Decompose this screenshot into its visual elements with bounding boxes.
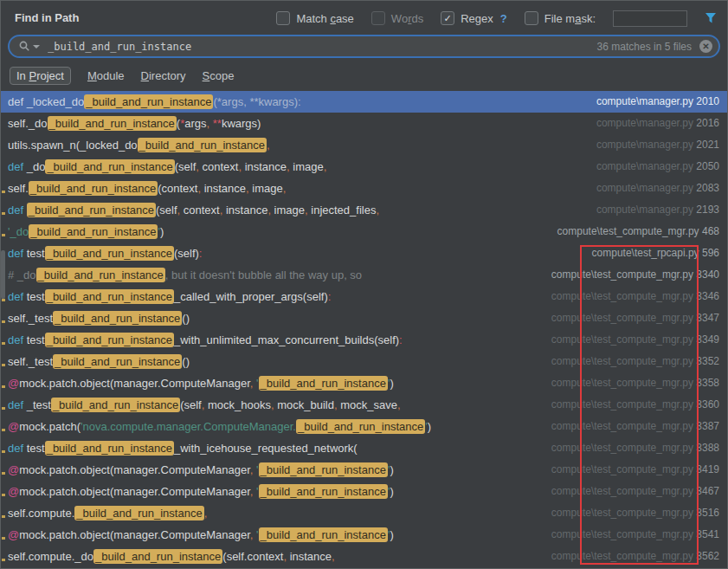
- result-row[interactable]: def _do_build_and_run_instance(self, con…: [1, 156, 727, 178]
- search-input[interactable]: [46, 40, 597, 54]
- match-case-label: Match case: [296, 12, 353, 25]
- result-row[interactable]: # _do_build_and_run_instance, but it doe…: [1, 264, 727, 286]
- result-row[interactable]: def test_build_and_run_instance(self):co…: [1, 242, 727, 264]
- tab-module[interactable]: Module: [87, 69, 125, 82]
- match-marker-tick: [2, 212, 5, 215]
- match-count-badge: 36 matches in 5 files: [597, 41, 692, 53]
- result-row[interactable]: @mock.patch.object(manager.ComputeManage…: [1, 459, 727, 481]
- result-row[interactable]: def test_build_and_run_instance_with_unl…: [1, 329, 727, 351]
- file-mask-checkbox[interactable]: File mask:: [525, 11, 596, 25]
- result-code-preview: def test_build_and_run_instance_called_w…: [8, 286, 551, 307]
- scope-tabs: In Project Module Directory Scope: [10, 67, 234, 85]
- match-marker-tick: [2, 299, 5, 301]
- line-number: 3388: [696, 442, 719, 454]
- result-location: compute\test_compute_mgr.py 3346: [551, 286, 727, 307]
- match-marker-tick: [2, 515, 5, 518]
- match-highlight: _build_and_run_instance: [296, 419, 425, 434]
- match-marker-tick: [2, 407, 5, 410]
- match-highlight: _build_and_run_instance: [27, 203, 156, 217]
- match-highlight: _build_and_run_instance: [45, 333, 174, 347]
- match-highlight: _build_and_run_instance: [53, 354, 182, 369]
- file-path: compute\test_compute_mgr.py: [551, 550, 693, 562]
- results-list: def _locked_do_build_and_run_instance(*a…: [1, 91, 727, 568]
- result-location: compute\manager.py 2021: [596, 134, 727, 156]
- result-row[interactable]: def test_build_and_run_instance_called_w…: [1, 286, 727, 307]
- result-row[interactable]: @mock.patch('nova.compute.manager.Comput…: [1, 416, 727, 437]
- result-code-preview: def test_build_and_run_instance_with_ice…: [8, 437, 551, 459]
- checkbox-box-icon: [276, 11, 290, 25]
- result-row[interactable]: self._test_build_and_run_instance()compu…: [1, 351, 727, 372]
- file-path: compute\manager.py: [596, 160, 693, 172]
- regex-help-icon[interactable]: ?: [500, 12, 507, 25]
- file-path: compute\test_compute_mgr.py: [551, 463, 693, 475]
- line-number: 2083: [696, 182, 719, 194]
- result-row[interactable]: def _test_build_and_run_instance(self, m…: [1, 394, 727, 416]
- checkbox-box-icon: [525, 11, 538, 25]
- match-highlight: _build_and_run_instance: [53, 311, 182, 326]
- clear-search-icon[interactable]: ✕: [699, 40, 712, 53]
- line-number: 468: [702, 225, 719, 237]
- result-row[interactable]: '_do_build_and_run_instance')compute\tes…: [1, 221, 727, 242]
- result-row[interactable]: @mock.patch.object(manager.ComputeManage…: [1, 524, 727, 546]
- result-row[interactable]: @mock.patch.object(manager.ComputeManage…: [1, 372, 727, 394]
- file-path: compute\test_compute_mgr.py: [551, 485, 693, 497]
- match-case-checkbox[interactable]: Match case: [276, 11, 353, 25]
- file-path: compute\test_compute_mgr.py: [551, 528, 693, 540]
- result-row[interactable]: def _locked_do_build_and_run_instance(*a…: [1, 91, 727, 113]
- file-path: compute\test_compute_mgr.py: [551, 377, 693, 389]
- search-field: 36 matches in 5 files ✕: [8, 35, 720, 58]
- match-highlight: _build_and_run_instance: [259, 376, 388, 391]
- result-location: compute\test_compute_mgr.py 3467: [551, 481, 727, 502]
- result-code-preview: def test_build_and_run_instance(self):: [8, 242, 592, 264]
- result-location: compute\test_compute_mgr.py 3516: [551, 502, 727, 524]
- line-number: 3516: [696, 507, 719, 519]
- match-highlight: _build_and_run_instance: [36, 268, 165, 282]
- regex-checkbox[interactable]: ✓ Regex ?: [441, 11, 507, 25]
- match-marker-tick: [2, 385, 5, 388]
- result-row[interactable]: self._do_build_and_run_instance(*args, *…: [1, 113, 727, 134]
- result-location: compute\test_compute_mgr.py 3349: [551, 329, 727, 351]
- tab-in-project[interactable]: In Project: [10, 67, 71, 85]
- search-history-chevron-down-icon[interactable]: [33, 45, 40, 48]
- result-code-preview: self._build_and_run_instance(context, in…: [8, 178, 596, 199]
- line-number: 2050: [696, 160, 719, 172]
- search-icon[interactable]: [18, 40, 31, 53]
- words-checkbox[interactable]: Words: [371, 11, 423, 25]
- result-code-preview: '_do_build_and_run_instance'): [8, 221, 557, 242]
- result-code-preview: @mock.patch('nova.compute.manager.Comput…: [8, 416, 551, 437]
- file-mask-input[interactable]: [613, 10, 687, 27]
- result-code-preview: @mock.patch.object(manager.ComputeManage…: [8, 372, 551, 394]
- result-row[interactable]: self._test_build_and_run_instance()compu…: [1, 307, 727, 329]
- result-row[interactable]: self.compute._build_and_run_instance,com…: [1, 502, 727, 524]
- result-row[interactable]: self.compute._do_build_and_run_instance(…: [1, 546, 727, 567]
- tab-directory[interactable]: Directory: [141, 69, 186, 82]
- line-number: 3340: [696, 268, 719, 281]
- stripe-scrollbar-thumb[interactable]: [1, 250, 5, 299]
- result-row[interactable]: def _build_and_run_instance(self, contex…: [1, 199, 727, 221]
- result-row[interactable]: self._build_and_run_instance(context, in…: [1, 178, 727, 199]
- result-row[interactable]: utils.spawn_n(_locked_do_build_and_run_i…: [1, 134, 727, 156]
- result-location: compute\manager.py 2016: [596, 113, 727, 134]
- line-number: 3346: [696, 290, 719, 302]
- match-marker-tick: [2, 234, 5, 236]
- match-marker-tick: [2, 191, 5, 193]
- tab-scope[interactable]: Scope: [203, 69, 235, 82]
- line-number: 2021: [696, 139, 719, 151]
- file-path: compute\manager.py: [596, 139, 693, 151]
- result-code-preview: utils.spawn_n(_locked_do_build_and_run_i…: [8, 134, 596, 156]
- result-row[interactable]: @mock.patch.object(manager.ComputeManage…: [1, 481, 727, 502]
- line-number: 3349: [696, 333, 719, 346]
- result-code-preview: self.compute._do_build_and_run_instance(…: [8, 546, 551, 567]
- checkbox-box-icon: [371, 11, 385, 25]
- match-marker-tick: [2, 494, 5, 496]
- result-code-preview: def _test_build_and_run_instance(self, m…: [8, 394, 551, 416]
- line-number: 3360: [696, 398, 719, 411]
- result-location: compute\test_compute_mgr.py 468: [557, 221, 727, 242]
- match-marker-tick: [2, 537, 5, 540]
- result-row[interactable]: def test_build_and_run_instance_with_ice…: [1, 437, 727, 459]
- match-highlight: _build_and_run_instance: [84, 94, 213, 109]
- filter-icon[interactable]: [705, 12, 717, 24]
- result-location: compute\test_compute_mgr.py 3358: [551, 372, 727, 394]
- match-highlight: _build_and_run_instance: [138, 138, 267, 152]
- match-marker-tick: [2, 320, 5, 323]
